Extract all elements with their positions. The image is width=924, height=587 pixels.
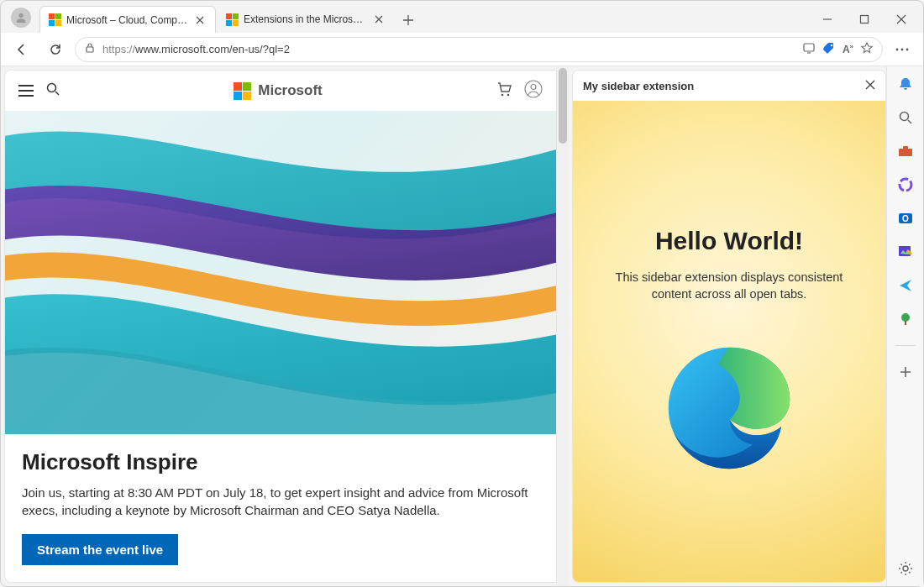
tab-inactive[interactable]: Extensions in the Microsoft Edge	[218, 6, 394, 33]
svg-point-22	[903, 566, 908, 571]
edge-logo-icon	[658, 337, 801, 480]
svg-rect-1	[861, 16, 869, 24]
tab-active[interactable]: Microsoft – Cloud, Computers, A	[39, 6, 216, 33]
rail-tools-icon[interactable]	[895, 140, 916, 162]
rail-add-icon[interactable]	[895, 361, 916, 383]
svg-point-8	[48, 84, 56, 92]
svg-point-10	[507, 94, 510, 97]
favorite-icon[interactable]	[860, 41, 874, 57]
svg-point-7	[906, 48, 909, 50]
svg-rect-2	[87, 47, 93, 52]
hero-image	[5, 111, 556, 434]
rail-search-icon[interactable]	[895, 107, 916, 128]
content-area: Microsoft	[1, 66, 923, 586]
svg-text:O: O	[902, 214, 909, 223]
address-bar[interactable]: https://www.microsoft.com/en-us/?ql=2 A»	[75, 37, 883, 62]
svg-rect-21	[905, 321, 906, 325]
rail-tree-icon[interactable]	[895, 308, 916, 330]
microsoft-logo-icon	[234, 82, 251, 100]
titlebar: Microsoft – Cloud, Computers, A Extensio…	[1, 1, 923, 33]
svg-point-4	[831, 45, 832, 46]
microsoft-logo[interactable]: Microsoft	[72, 82, 484, 100]
stream-event-button[interactable]: Stream the event live	[22, 534, 178, 565]
site-lock-icon[interactable]	[84, 42, 96, 56]
sidebar-extension-panel: My sidebar extension Hello World! This s…	[572, 70, 886, 583]
svg-rect-15	[903, 146, 908, 149]
tab-title: Microsoft – Cloud, Computers, A	[66, 14, 188, 26]
site-header: Microsoft	[5, 71, 556, 111]
rail-office-icon[interactable]	[895, 174, 916, 196]
favicon-microsoft-icon	[49, 13, 61, 26]
cart-icon[interactable]	[496, 81, 512, 101]
site-menu-icon[interactable]	[18, 85, 34, 97]
sidebar-panel-header: My sidebar extension	[573, 71, 885, 101]
rail-send-icon[interactable]	[895, 275, 916, 296]
close-sidebar-icon[interactable]	[865, 80, 875, 92]
profile-avatar[interactable]	[11, 8, 31, 28]
menu-button[interactable]	[888, 37, 916, 62]
microsoft-wordmark: Microsoft	[258, 82, 323, 99]
page-wrap: Microsoft	[1, 66, 886, 586]
shopping-tag-icon[interactable]	[822, 41, 836, 57]
read-aloud-icon[interactable]: A»	[843, 43, 853, 55]
sidebar-heading: Hello World!	[655, 227, 803, 255]
svg-point-13	[900, 113, 908, 121]
svg-point-0	[18, 13, 23, 18]
rail-settings-icon[interactable]	[895, 558, 916, 579]
browser-window: Microsoft – Cloud, Computers, A Extensio…	[0, 0, 924, 587]
tab-title: Extensions in the Microsoft Edge	[244, 13, 367, 25]
page-scrollbar[interactable]	[557, 66, 569, 586]
url-text: https://www.microsoft.com/en-us/?ql=2	[102, 43, 795, 55]
toolbar: https://www.microsoft.com/en-us/?ql=2 A»	[1, 33, 923, 66]
rail-notifications-icon[interactable]	[895, 73, 916, 95]
tab-strip: Microsoft – Cloud, Computers, A Extensio…	[39, 1, 809, 33]
app-available-icon[interactable]	[802, 41, 816, 57]
main-page: Microsoft	[4, 70, 557, 583]
svg-point-12	[531, 85, 536, 90]
maximize-button[interactable]	[846, 6, 883, 33]
favicon-microsoft-icon	[226, 13, 239, 26]
back-button[interactable]	[8, 37, 36, 62]
rail-image-edit-icon[interactable]	[895, 241, 916, 263]
right-rail: O	[886, 66, 923, 586]
site-search-icon[interactable]	[45, 81, 60, 100]
article-body: Join us, starting at 8:30 AM PDT on July…	[22, 484, 539, 519]
close-tab-icon[interactable]	[372, 13, 386, 26]
article-heading: Microsoft Inspire	[22, 449, 539, 475]
svg-point-6	[901, 48, 904, 50]
account-icon[interactable]	[524, 80, 543, 102]
sidebar-text: This sidebar extension displays consiste…	[598, 269, 860, 303]
minimize-button[interactable]	[809, 6, 846, 33]
svg-point-5	[896, 48, 899, 50]
rail-separator	[895, 345, 916, 346]
window-controls	[809, 6, 920, 33]
sidebar-panel-body: Hello World! This sidebar extension disp…	[573, 101, 885, 582]
svg-point-16	[900, 179, 911, 191]
svg-rect-3	[804, 44, 814, 51]
close-window-button[interactable]	[883, 6, 920, 33]
article: Microsoft Inspire Join us, starting at 8…	[5, 434, 556, 582]
svg-rect-14	[899, 149, 912, 156]
svg-point-20	[901, 313, 910, 322]
svg-point-9	[501, 94, 504, 97]
rail-outlook-icon[interactable]: O	[895, 207, 916, 229]
sidebar-panel-title: My sidebar extension	[583, 80, 694, 92]
new-tab-button[interactable]	[396, 8, 421, 33]
refresh-button[interactable]	[41, 37, 70, 62]
close-tab-icon[interactable]	[193, 13, 207, 27]
scrollbar-thumb[interactable]	[559, 68, 567, 144]
